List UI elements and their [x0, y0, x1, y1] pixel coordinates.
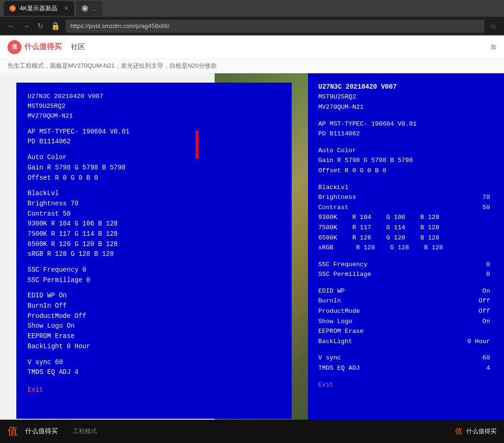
left-6500k: 6500K R 126 G 120 B 128 — [28, 239, 280, 250]
right-6500k-b: B 128 — [420, 234, 440, 241]
right-vsync-label: V sync — [318, 353, 483, 363]
right-srgb-r: R 128 — [356, 244, 375, 251]
left-9300k: 9300K R 104 G 106 B 128 — [28, 219, 280, 229]
right-burnin-row: BurnIn Off — [318, 296, 494, 306]
breadcrumb-text: 先生工程模式，面板是MV270QUM-N21，发光还扯到主导，自校是N20分收欢 — [7, 62, 217, 69]
nav-community[interactable]: 社区 — [71, 42, 85, 51]
left-eeprom: EEPROM Erase — [28, 331, 280, 342]
left-productmode: ProductMode Off — [28, 311, 280, 322]
left-gain: Gain R 5798 G 5798 B 5798 — [28, 163, 280, 173]
right-vsync-val: 60 — [483, 353, 490, 363]
right-brightness-label: Brightness — [318, 192, 483, 203]
right-6500k-g: G 120 — [386, 234, 406, 241]
right-brightness-val: 70 — [483, 192, 490, 203]
right-monitor-panel: U27N3C 20210420 V007 MST9U25RQ2 MV270QUM… — [308, 73, 504, 443]
bottom-right-icon: 值 — [455, 427, 462, 436]
left-ap-line: AP MST-TYPEC- 190604 V0.01 — [28, 127, 280, 137]
right-edid-val: On — [483, 286, 490, 296]
address-input[interactable] — [66, 20, 484, 33]
lock-icon: 🔒 — [49, 20, 62, 32]
left-auto-color: Auto Color — [28, 153, 280, 163]
left-ssc-perm: SSC Permillage 0 — [28, 275, 280, 286]
right-ssc-freq-label: SSC Frequency — [318, 260, 486, 270]
left-edid: EDID WP On — [28, 291, 280, 301]
left-model-line1: U27N3C 20210420 V007 — [28, 92, 280, 102]
right-ssc-perm-val: 0 — [486, 269, 490, 280]
header-right-action[interactable]: 加 — [490, 43, 497, 51]
site-logo-text: 什么值得买 — [24, 42, 62, 52]
left-exit: Exit — [28, 385, 280, 395]
left-tmds: TMDS EQ ADJ 4 — [28, 367, 280, 378]
bottom-bar: 值 什么值得买 工程模式 值 什么值得买 — [0, 420, 504, 443]
right-6500k: 6500K R 126 G 120 B 128 — [318, 233, 494, 243]
right-ssc-perm-row: SSC Permillage 0 — [318, 269, 494, 280]
right-line2: MST9U25RQ2 — [318, 92, 494, 102]
left-vsync: V sync 60 — [28, 358, 280, 368]
right-7500k: 7500K R 117 G 114 B 128 — [318, 223, 494, 233]
right-showlogo-val: On — [483, 316, 490, 327]
left-backlight: BackLight 0 Hour — [28, 342, 280, 352]
right-6500k-r: R 126 — [352, 234, 371, 241]
right-pd-line: PD B1114062 — [318, 129, 494, 139]
right-ssc-freq-row: SSC Frequency 0 — [318, 260, 494, 270]
tab-bar: 🔶 4K显示器新品 ✕ ● ... — [0, 0, 504, 17]
right-line1: U27N3C 20210420 V007 — [318, 82, 494, 92]
right-showlogo-label: Show Logo — [318, 316, 483, 327]
active-tab[interactable]: 🔶 4K显示器新品 ✕ — [4, 1, 74, 16]
right-brightness-row: Brightness 70 — [318, 192, 494, 203]
right-backlight-label: BackLight — [318, 337, 467, 347]
right-9300k-b: B 128 — [420, 214, 440, 221]
bottom-right-area: 值 什么值得买 — [455, 427, 497, 436]
reload-icon[interactable]: ↻ — [35, 20, 45, 32]
back-icon[interactable]: ← — [6, 20, 17, 32]
main-content: U27N3C 20210420 V007 MST9U25RQ2 MV270QUM… — [0, 73, 504, 443]
tab-favicon-2: ● — [82, 5, 88, 12]
right-vsync-row: V sync 60 — [318, 353, 494, 363]
tab-close-button[interactable]: ✕ — [64, 5, 69, 12]
right-7500k-g: G 114 — [386, 224, 406, 231]
address-bar: ← → ↻ 🔒 ☆ — [0, 17, 504, 35]
right-contrast-row: Contrast 50 — [318, 203, 494, 213]
left-ssc-freq: SSC Frequency 0 — [28, 265, 280, 275]
right-7500k-label: 7500K — [318, 224, 337, 231]
right-srgb-label: sRGB — [318, 244, 333, 251]
right-7500k-r: R 117 — [352, 224, 371, 231]
right-showlogo-row: Show Logo On — [318, 316, 494, 327]
right-offset: Offset R 0 G 0 B 0 — [318, 166, 494, 176]
right-contrast-val: 50 — [483, 203, 490, 213]
right-ssc-perm-label: SSC Permillage — [318, 269, 486, 280]
logo-icon: 值 — [7, 40, 21, 54]
left-contrast: Contrast 50 — [28, 209, 280, 219]
left-offset: Offset R 0 G 0 B 0 — [28, 173, 280, 183]
right-eeprom: EEPROM Erase — [318, 326, 494, 337]
right-srgb-g: G 128 — [390, 244, 409, 251]
left-blacklvl: BlackLvl — [28, 189, 280, 199]
right-productmode-label: ProductMode — [318, 306, 479, 316]
right-tmds-val: 4 — [486, 363, 490, 373]
article-image-area: U27N3C 20210420 V007 MST9U25RQ2 MV270QUM… — [0, 73, 308, 443]
right-7500k-b: B 128 — [420, 224, 440, 231]
inactive-tab[interactable]: ● ... — [76, 1, 102, 16]
left-monitor-display: U27N3C 20210420 V007 MST9U25RQ2 MV270QUM… — [16, 83, 292, 419]
right-productmode-row: ProductMode Off — [318, 306, 494, 316]
bottom-right-text: 什么值得买 — [466, 427, 497, 436]
right-9300k-label: 9300K — [318, 214, 337, 221]
right-line3: MV270QUM-N21 — [318, 102, 494, 113]
browser-chrome: 🔶 4K显示器新品 ✕ ● ... ← → ↻ 🔒 ☆ — [0, 0, 504, 35]
right-edid-label: EDID WP — [318, 286, 483, 296]
site-logo[interactable]: 值 什么值得买 — [7, 40, 62, 54]
left-srgb: sRGB R 128 G 128 B 128 — [28, 249, 280, 260]
right-backlight-row: BackLight 0 Hour — [318, 337, 494, 347]
right-auto-color: Auto Color — [318, 146, 494, 156]
left-burnin: BurnIn Off — [28, 301, 280, 311]
bottom-article-tag: 工程模式 — [73, 427, 97, 436]
right-ssc-freq-val: 0 — [486, 260, 490, 270]
bookmark-icon[interactable]: ☆ — [488, 20, 498, 32]
left-showlogo: Show Logo On — [28, 321, 280, 331]
right-9300k-r: R 104 — [352, 214, 371, 221]
right-6500k-label: 6500K — [318, 234, 337, 241]
right-gain: Gain R 5798 G 5798 B 5798 — [318, 155, 494, 166]
right-blacklvl: BlackLvl — [318, 183, 494, 193]
forward-icon[interactable]: → — [21, 20, 32, 32]
right-backlight-val: 0 Hour — [467, 337, 490, 347]
